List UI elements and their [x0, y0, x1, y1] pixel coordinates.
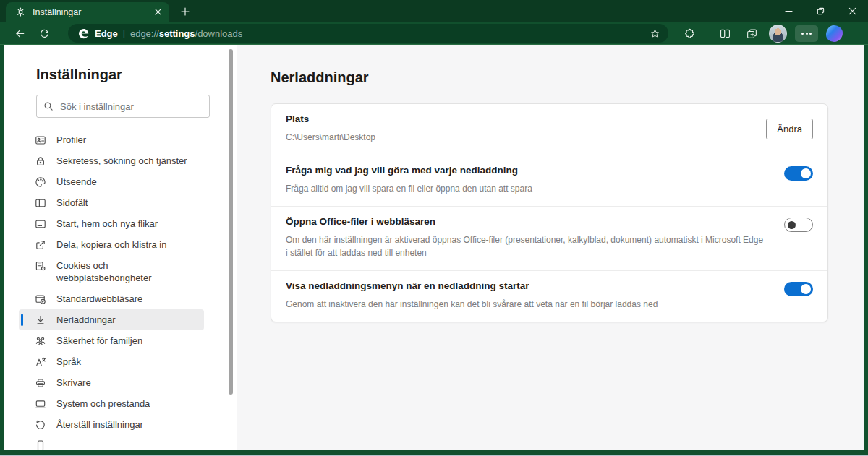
sidebar-item[interactable]: Start, hem och nya flikar — [19, 213, 204, 234]
setting-text: PlatsC:\Users\marti\Desktop — [286, 113, 766, 144]
settings-card: PlatsC:\Users\marti\DesktopÄndraFråga mi… — [271, 103, 828, 322]
sidebar-item[interactable]: System och prestanda — [19, 393, 204, 414]
sidebar-item-label: Start, hem och nya flikar — [56, 218, 158, 230]
edge-logo-icon — [77, 27, 90, 40]
collections-button[interactable] — [742, 25, 761, 42]
setting-description: C:\Users\marti\Desktop — [286, 131, 746, 144]
settings-sidebar: Inställningar ProfilerSekretess, sökning… — [4, 45, 224, 450]
devices-icon — [35, 440, 46, 451]
sidebar-item-label: Återställ inställningar — [56, 418, 143, 431]
sidebar-item[interactable]: Standardwebbläsare — [19, 288, 204, 309]
toggle-switch-off[interactable] — [784, 218, 813, 232]
sidebar-item-label: Sidofält — [56, 197, 88, 209]
minimize-icon — [785, 7, 793, 15]
settings-nav: ProfilerSekretess, sökning och tjänsterU… — [19, 129, 210, 450]
setting-description: Fråga alltid om jag vill spara en fil el… — [286, 182, 764, 195]
tab-title: Inställningar — [33, 7, 145, 17]
split-screen-button[interactable] — [715, 25, 734, 42]
sidebar-item[interactable]: Sekretess, sökning och tjänster — [19, 150, 204, 171]
sidebar-item-label: Skrivare — [56, 377, 91, 389]
setting-description: Om den här inställningen är aktiverad öp… — [286, 233, 764, 259]
close-button[interactable] — [836, 0, 868, 22]
sidebar-item-label: System och prestanda — [56, 397, 150, 410]
downloads-icon — [35, 314, 46, 326]
sidebar-item[interactable]: Nerladdningar — [19, 309, 204, 330]
scrollbar-thumb[interactable] — [229, 49, 233, 395]
split-screen-icon — [719, 27, 731, 40]
setting-text: Öppna Office-filer i webbläsarenOm den h… — [286, 216, 784, 259]
toolbar: Edge | edge://settings/downloads — [0, 22, 868, 45]
setting-label: Visa nedladdningsmenyn när en nedladdnin… — [286, 280, 764, 291]
titlebar: Inställningar — [0, 0, 868, 22]
sidebar-item[interactable]: Utseende — [19, 171, 204, 192]
toggle-switch-on[interactable] — [784, 166, 813, 181]
sidebar-item-label: Nerladdningar — [56, 314, 116, 326]
favorites-star-icon — [650, 28, 660, 39]
cookies-permissions-icon — [35, 260, 46, 272]
sidebar-item[interactable]: Sidofält — [19, 192, 204, 213]
more-menu-button[interactable] — [795, 25, 818, 42]
system-performance-icon — [35, 398, 46, 410]
sidebar-item[interactable]: Dela, kopiera och klistra in — [19, 234, 204, 255]
printer-icon — [35, 377, 46, 389]
setting-row: Visa nedladdningsmenyn när en nedladdnin… — [271, 271, 827, 322]
browser-tab[interactable]: Inställningar — [6, 2, 169, 22]
settings-main: Nerladdningar PlatsC:\Users\marti\Deskto… — [237, 45, 864, 450]
extensions-icon — [684, 27, 696, 40]
sidebar-title: Inställningar — [36, 66, 224, 83]
sidebar-item[interactable]: Språk — [19, 351, 204, 372]
setting-label: Öppna Office-filer i webbläsaren — [286, 216, 764, 227]
sidebar-item[interactable]: Säkerhet för familjen — [19, 330, 204, 351]
refresh-icon — [39, 28, 50, 39]
settings-search-box[interactable] — [36, 95, 210, 118]
setting-row: PlatsC:\Users\marti\DesktopÄndra — [271, 104, 827, 155]
family-safety-icon — [35, 335, 46, 347]
close-icon — [848, 7, 856, 15]
address-separator: | — [123, 28, 125, 38]
setting-label: Plats — [286, 113, 746, 124]
privacy-lock-icon — [35, 155, 46, 167]
toolbar-right-icons — [680, 25, 843, 43]
address-bar[interactable]: Edge | edge://settings/downloads — [68, 24, 668, 43]
sidebar-scrollbar — [224, 45, 237, 450]
sidebar-item[interactable] — [19, 435, 204, 450]
share-copy-paste-icon — [35, 239, 46, 251]
sidebar-item-label: Utseende — [56, 176, 97, 188]
setting-text: Visa nedladdningsmenyn när en nedladdnin… — [286, 280, 784, 311]
settings-page: Inställningar ProfilerSekretess, sökning… — [4, 45, 864, 450]
search-input[interactable] — [59, 100, 203, 113]
refresh-button[interactable] — [33, 25, 55, 42]
restore-icon — [817, 7, 825, 15]
back-button[interactable] — [9, 25, 30, 42]
reset-settings-icon — [35, 419, 46, 431]
tab-close-icon[interactable] — [151, 6, 164, 19]
sidebar-item[interactable]: Profiler — [19, 129, 204, 150]
gear-icon — [15, 7, 26, 17]
minimize-button[interactable] — [773, 0, 804, 22]
sidebar-item-label: Profiler — [56, 134, 86, 146]
sidebar-item[interactable]: Skrivare — [19, 372, 204, 393]
change-location-button[interactable]: Ändra — [766, 119, 813, 139]
sidebar-item[interactable]: Återställ inställningar — [19, 414, 204, 435]
sidebar-item-label: Dela, kopiera och klistra in — [56, 238, 166, 251]
sidebar-item-label: Säkerhet för familjen — [56, 335, 142, 347]
sidebar-item-label: Cookies och webbplatsbehörigheter — [56, 259, 198, 284]
favorites-star-button[interactable] — [646, 25, 663, 41]
page-title: Nerladdningar — [271, 69, 864, 86]
sidebar-item-label: Standardwebbläsare — [56, 293, 142, 305]
sidebar-panel-icon — [35, 197, 46, 209]
window-controls — [773, 0, 868, 22]
restore-button[interactable] — [804, 0, 836, 22]
setting-row: Fråga mig vad jag vill göra med varje ne… — [271, 155, 827, 207]
edge-brand-label: Edge — [95, 28, 118, 39]
default-browser-icon — [35, 293, 46, 305]
sidebar-item[interactable]: Cookies och webbplatsbehörigheter — [19, 255, 204, 288]
sidebar-item-label: Språk — [56, 356, 81, 368]
toggle-switch-on[interactable] — [784, 282, 813, 296]
extensions-button[interactable] — [680, 25, 699, 42]
new-tab-button[interactable] — [176, 2, 195, 21]
setting-description: Genom att inaktivera den här inställning… — [286, 298, 764, 311]
copilot-icon[interactable] — [826, 25, 843, 42]
back-arrow-icon — [14, 28, 25, 39]
profile-avatar[interactable] — [769, 25, 787, 43]
